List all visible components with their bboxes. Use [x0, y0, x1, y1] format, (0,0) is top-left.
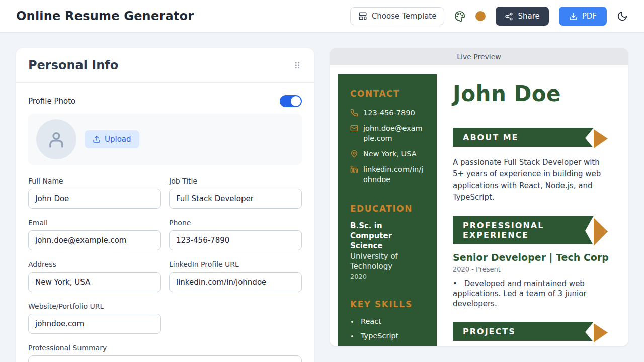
phone-input[interactable] — [169, 230, 302, 250]
field-address: Address — [28, 260, 161, 292]
projects-section-banner: PROJECTS — [453, 322, 594, 341]
banner-arrow-icon — [585, 128, 608, 148]
experience-role: Senior Developer | Tech Corp — [453, 252, 620, 263]
dark-mode-toggle-button[interactable] — [617, 11, 628, 22]
banner-arrow-icon — [585, 322, 608, 342]
email-label: Email — [28, 219, 161, 227]
profile-photo-row: Profile Photo — [28, 95, 302, 107]
experience-section-banner: PROFESSIONAL EXPERIENCE — [453, 216, 594, 244]
resume-name: John Doe — [453, 82, 620, 106]
professional-summary-input[interactable]: A passionate Full Stack Developer with 5… — [28, 355, 302, 362]
person-icon — [45, 128, 67, 150]
field-phone: Phone — [169, 219, 302, 250]
website-input[interactable] — [28, 314, 161, 334]
about-me-heading: ABOUT ME — [463, 133, 519, 142]
experience-bullet: Developed and maintained web application… — [453, 279, 606, 309]
experience-heading: PROFESSIONAL EXPERIENCE — [463, 221, 544, 240]
moon-icon — [617, 11, 628, 22]
toggle-knob — [291, 96, 301, 106]
education-year: 2020 — [350, 273, 425, 280]
live-preview-header: Live Preview — [330, 48, 628, 65]
choose-template-button[interactable]: Choose Template — [350, 7, 445, 25]
address-input[interactable] — [28, 272, 161, 292]
profile-photo-label: Profile Photo — [28, 97, 75, 106]
contact-item-email: john.doe@example.com — [350, 123, 425, 143]
about-me-section-banner: ABOUT ME — [453, 128, 594, 147]
full-name-input[interactable] — [28, 189, 161, 209]
upload-icon — [93, 135, 101, 143]
upload-button[interactable]: Upload — [85, 130, 139, 148]
profile-photo-toggle[interactable] — [280, 95, 302, 107]
contact-heading: CONTACT — [350, 88, 425, 99]
field-professional-summary: Professional Summary A passionate Full S… — [28, 344, 302, 362]
phone-label: Phone — [169, 219, 302, 227]
page-title: Online Resume Generator — [16, 9, 194, 23]
field-job-title: Job Title — [169, 177, 302, 209]
field-linkedin: LinkedIn Profile URL — [169, 260, 302, 292]
field-website: Website/Portfolio URL — [28, 302, 161, 334]
full-name-label: Full Name — [28, 177, 161, 185]
skill-item: Node.js — [359, 345, 425, 346]
job-title-input[interactable] — [169, 189, 302, 209]
live-preview-title: Live Preview — [457, 53, 501, 61]
personal-info-card: Personal Info Profile Photo Upload — [16, 48, 314, 362]
resume-main: John Doe ABOUT ME A passionate Full Stac… — [437, 74, 620, 346]
address-label: Address — [28, 260, 161, 268]
skill-item: React — [359, 316, 425, 326]
key-skills-heading: KEY SKILLS — [350, 299, 425, 309]
app-header: Online Resume Generator Choose Template … — [0, 0, 644, 32]
personal-info-form: Full Name Job Title Email Phone Address — [28, 177, 302, 334]
linkedin-input[interactable] — [169, 272, 302, 292]
upload-label: Upload — [105, 135, 131, 144]
template-icon — [358, 12, 367, 21]
accent-color-swatch-button[interactable] — [475, 11, 486, 21]
download-icon — [569, 12, 578, 21]
drag-handle-icon[interactable] — [293, 61, 302, 70]
website-label: Website/Portfolio URL — [28, 302, 161, 310]
professional-summary-label: Professional Summary — [28, 344, 302, 352]
live-preview-panel: Live Preview CONTACT 123-456-7890 john.d… — [330, 48, 628, 346]
education-heading: EDUCATION — [350, 204, 425, 214]
banner-arrow-icon — [585, 216, 608, 246]
education-degree: B.Sc. in Computer Science — [350, 221, 425, 251]
share-label: Share — [518, 12, 539, 21]
contact-linkedin-text: linkedin.com/in/johndoe — [363, 164, 425, 185]
avatar-placeholder — [36, 119, 76, 159]
pdf-download-button[interactable]: PDF — [559, 7, 607, 26]
resume-preview-area[interactable]: CONTACT 123-456-7890 john.doe@example.co… — [330, 65, 628, 346]
palette-icon — [454, 11, 465, 22]
contact-email-text: john.doe@example.com — [363, 123, 425, 143]
orange-color-swatch — [475, 11, 486, 21]
about-me-text: A passionate Full Stack Developer with 5… — [453, 157, 609, 203]
email-input[interactable] — [28, 230, 161, 250]
skill-item: TypeScript — [359, 331, 425, 341]
resume-document: CONTACT 123-456-7890 john.doe@example.co… — [338, 74, 620, 346]
education-entry: B.Sc. in Computer Science University of … — [350, 221, 425, 280]
header-actions: Choose Template Share PDF — [350, 7, 628, 26]
choose-template-label: Choose Template — [372, 12, 437, 21]
education-school: University of Technology — [350, 251, 425, 272]
contact-item-phone: 123-456-7890 — [350, 108, 425, 118]
contact-item-location: New York, USA — [350, 149, 425, 159]
phone-icon — [350, 109, 358, 117]
field-email: Email — [28, 219, 161, 250]
skills-list: React TypeScript Node.js Tailwind CSS — [350, 316, 425, 346]
profile-photo-upload-box: Upload — [28, 114, 302, 165]
personal-info-body: Profile Photo Upload Full Name — [16, 83, 314, 362]
location-pin-icon — [350, 150, 358, 158]
job-title-label: Job Title — [169, 177, 302, 185]
theme-palette-button[interactable] — [454, 11, 465, 22]
personal-info-card-header: Personal Info — [16, 48, 314, 83]
share-icon — [505, 12, 513, 21]
contact-location-text: New York, USA — [363, 149, 417, 159]
experience-period: 2020 - Present — [453, 265, 620, 273]
share-button[interactable]: Share — [496, 7, 548, 26]
contact-item-linkedin: linkedin.com/in/johndoe — [350, 164, 425, 185]
pdf-label: PDF — [582, 12, 597, 21]
contact-phone-text: 123-456-7890 — [363, 108, 415, 118]
main-content: Personal Info Profile Photo Upload — [0, 32, 644, 362]
personal-info-title: Personal Info — [28, 58, 118, 72]
linkedin-icon — [350, 165, 358, 173]
resume-sidebar: CONTACT 123-456-7890 john.doe@example.co… — [338, 74, 437, 346]
field-full-name: Full Name — [28, 177, 161, 209]
